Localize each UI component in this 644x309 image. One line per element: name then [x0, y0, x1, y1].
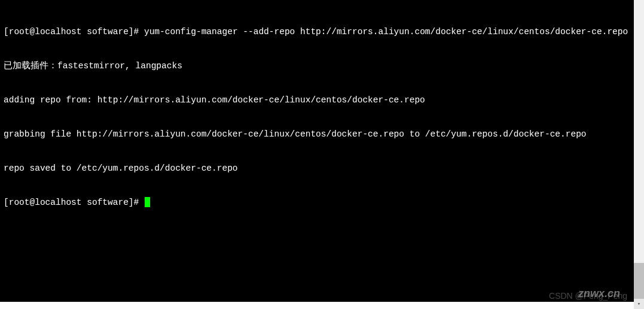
terminal-output-line: grabbing file http://mirrors.aliyun.com/… — [4, 129, 630, 140]
vertical-scrollbar[interactable]: ▾ — [634, 0, 644, 309]
watermark-text: CSDN @Peng_Peng — [549, 291, 627, 301]
chevron-down-icon: ▾ — [637, 301, 640, 307]
terminal-line: [root@localhost software]# — [4, 197, 630, 208]
shell-prompt: [root@localhost software]# — [4, 27, 144, 37]
shell-prompt: [root@localhost software]# — [4, 198, 144, 207]
scrollbar-thumb[interactable] — [634, 263, 644, 299]
cursor-icon — [145, 197, 150, 207]
terminal-output-line: adding repo from: http://mirrors.aliyun.… — [4, 95, 630, 106]
terminal-window[interactable]: [root@localhost software]# yum-config-ma… — [0, 0, 634, 302]
scroll-down-button[interactable]: ▾ — [634, 299, 644, 309]
shell-command: yum-config-manager --add-repo http://mir… — [144, 27, 628, 37]
terminal-line: [root@localhost software]# yum-config-ma… — [4, 26, 630, 38]
terminal-output-line: 已加载插件：fastestmirror, langpacks — [4, 60, 630, 72]
terminal-output-line: repo saved to /etc/yum.repos.d/docker-ce… — [4, 163, 630, 174]
